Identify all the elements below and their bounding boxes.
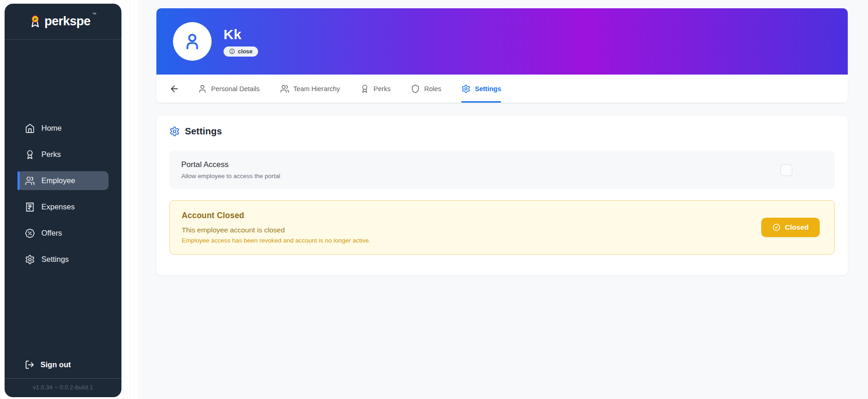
info-icon xyxy=(229,48,235,54)
tab-label: Roles xyxy=(424,85,441,93)
tab-team-hierarchy[interactable]: Team Hierarchy xyxy=(280,75,340,103)
tab-label: Team Hierarchy xyxy=(293,85,340,93)
user-icon xyxy=(198,84,207,93)
arrow-left-icon xyxy=(169,84,179,94)
sidebar-item-label: Settings xyxy=(41,255,69,264)
tab-settings[interactable]: Settings xyxy=(461,75,501,103)
account-closed-description: Employee access has been revoked and acc… xyxy=(182,237,371,244)
sidebar-item-expenses[interactable]: Expenses xyxy=(17,197,109,216)
medal-logo-icon: P xyxy=(29,15,41,28)
sidebar-item-label: Home xyxy=(41,124,62,133)
sidebar-item-label: Perks xyxy=(41,150,61,159)
closed-button-label: Closed xyxy=(785,223,809,231)
settings-heading: Settings xyxy=(169,126,835,137)
banner-texts: Kk close xyxy=(224,27,258,57)
portal-access-card: Portal Access Allow employee to access t… xyxy=(169,150,835,189)
account-closed-card: Account Closed This employee account is … xyxy=(169,200,835,254)
sidebar-footer: Sign out v1.0.34 ~ 0.0.2-build.1 xyxy=(5,355,121,397)
medal-icon xyxy=(360,84,369,93)
gear-icon xyxy=(461,84,471,93)
svg-text:P: P xyxy=(34,17,37,22)
tab-roles[interactable]: Roles xyxy=(411,75,441,103)
closed-button[interactable]: Closed xyxy=(761,218,820,237)
sidebar-divider xyxy=(5,378,121,379)
logo-trademark: ™ xyxy=(92,12,97,17)
tab-bar: Personal Details Team Hierarchy Perks Ro… xyxy=(156,75,848,103)
settings-panel: Settings Portal Access Allow employee to… xyxy=(156,116,848,275)
sign-out-button[interactable]: Sign out xyxy=(5,355,121,374)
employee-banner: Kk close xyxy=(156,8,848,75)
sidebar-item-perks[interactable]: Perks xyxy=(17,145,109,164)
app-logo[interactable]: P perkspe ™ xyxy=(5,4,121,40)
portal-access-title: Portal Access xyxy=(181,160,280,169)
badge-percent-icon xyxy=(25,228,35,238)
sidebar: P perkspe ™ Home Perks Employee Expenses… xyxy=(5,4,121,397)
sidebar-item-home[interactable]: Home xyxy=(17,119,109,138)
sidebar-item-label: Expenses xyxy=(41,202,75,211)
check-circle-icon xyxy=(772,223,781,231)
shield-icon xyxy=(411,84,420,93)
portal-access-toggle[interactable] xyxy=(780,164,793,176)
tab-label: Settings xyxy=(475,85,501,93)
sidebar-item-settings[interactable]: Settings xyxy=(17,250,109,269)
logo-text: perkspe xyxy=(44,14,90,29)
account-closed-title: Account Closed xyxy=(182,211,371,220)
tab-personal-details[interactable]: Personal Details xyxy=(198,75,260,103)
sidebar-item-label: Employee xyxy=(41,176,75,185)
users-icon xyxy=(25,176,35,186)
sidebar-item-employee[interactable]: Employee xyxy=(17,171,109,190)
logout-icon xyxy=(25,360,34,370)
status-badge-label: close xyxy=(238,48,253,55)
employee-header-card: Kk close Personal Details Team Hierarchy xyxy=(156,8,848,103)
home-icon xyxy=(25,123,35,133)
section-title: Settings xyxy=(185,126,222,137)
sidebar-item-label: Offers xyxy=(41,229,62,237)
tab-perks[interactable]: Perks xyxy=(360,75,391,103)
receipt-rupee-icon xyxy=(25,202,35,212)
sidebar-nav: Home Perks Employee Expenses Offers Sett… xyxy=(5,40,121,355)
user-icon xyxy=(182,31,203,52)
tab-label: Personal Details xyxy=(211,85,260,93)
sidebar-item-offers[interactable]: Offers xyxy=(17,224,109,243)
layout-divider xyxy=(129,0,130,399)
portal-access-texts: Portal Access Allow employee to access t… xyxy=(181,160,280,179)
users-icon xyxy=(280,84,289,93)
account-closed-subtitle: This employee account is closed xyxy=(182,226,371,234)
sign-out-label: Sign out xyxy=(40,360,71,369)
status-badge: close xyxy=(224,46,258,57)
portal-access-description: Allow employee to access the portal xyxy=(181,173,280,179)
account-closed-texts: Account Closed This employee account is … xyxy=(182,211,371,244)
medal-icon xyxy=(25,150,35,160)
gear-icon xyxy=(169,126,180,137)
tab-label: Perks xyxy=(374,85,391,93)
main-content: Kk close Personal Details Team Hierarchy xyxy=(138,0,868,399)
back-button[interactable] xyxy=(169,75,179,103)
version-text: v1.0.34 ~ 0.0.2-build.1 xyxy=(5,384,121,391)
employee-name: Kk xyxy=(224,27,258,42)
avatar xyxy=(173,22,212,61)
gear-icon xyxy=(25,254,35,265)
